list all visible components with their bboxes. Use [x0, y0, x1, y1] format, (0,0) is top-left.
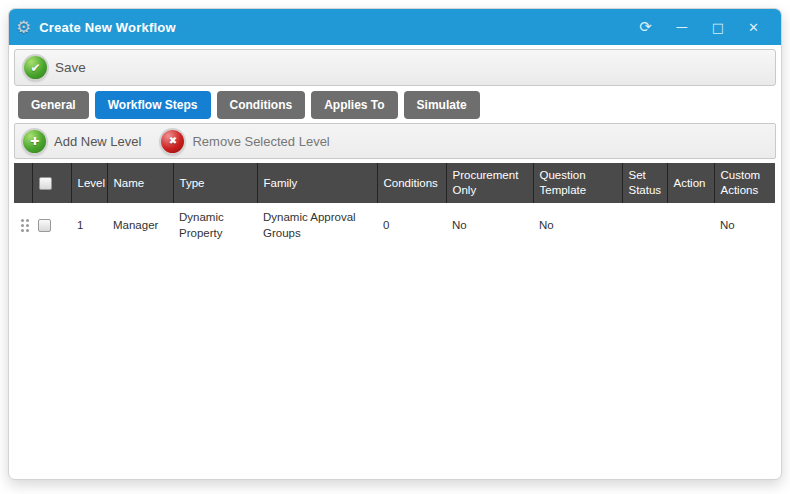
cell-procurement-only: No	[446, 203, 533, 248]
cell-custom-actions: No	[714, 203, 775, 248]
title-bar: ⚙ Create New Workflow ⟳ — □ ✕	[9, 9, 781, 45]
remove-selected-level-button[interactable]: ✖ Remove Selected Level	[161, 130, 329, 153]
column-header-name: Name	[107, 163, 173, 203]
tab-workflow-steps[interactable]: Workflow Steps	[95, 91, 211, 119]
table-row[interactable]: 1 Manager Dynamic Property Dynamic Appro…	[14, 203, 775, 248]
column-header-family: Family	[257, 163, 377, 203]
save-button-label: Save	[55, 60, 86, 75]
create-new-workflow-dialog: ⚙ Create New Workflow ⟳ — □ ✕ ✔ Save Gen…	[8, 8, 782, 480]
cell-level: 1	[71, 203, 107, 248]
column-header-action: Action	[667, 163, 714, 203]
column-header-type: Type	[173, 163, 257, 203]
plus-circle-icon: ✚	[23, 130, 46, 153]
select-all-column-header	[32, 163, 71, 203]
cell-action	[667, 203, 714, 248]
x-circle-icon: ✖	[161, 130, 184, 153]
row-drag-cell	[14, 203, 32, 248]
tab-conditions[interactable]: Conditions	[217, 91, 306, 119]
gear-icon: ⚙	[16, 19, 31, 36]
save-toolbar: ✔ Save	[14, 49, 776, 86]
add-new-level-button[interactable]: ✚ Add New Level	[23, 130, 141, 153]
tab-general[interactable]: General	[18, 91, 89, 119]
drag-handle-icon[interactable]	[21, 219, 29, 232]
workflow-steps-table: Level Name Type Family Conditions Procur…	[14, 163, 775, 248]
window-controls: ⟳ — □ ✕	[639, 20, 759, 35]
table-header-row: Level Name Type Family Conditions Procur…	[14, 163, 775, 203]
maximize-icon[interactable]: □	[712, 21, 724, 34]
column-header-level: Level	[71, 163, 107, 203]
column-header-set-status: Set Status	[622, 163, 667, 203]
cell-family: Dynamic Approval Groups	[257, 203, 377, 248]
cell-name: Manager	[107, 203, 173, 248]
close-icon[interactable]: ✕	[748, 21, 759, 34]
remove-selected-level-label: Remove Selected Level	[192, 134, 329, 149]
tab-simulate[interactable]: Simulate	[404, 91, 480, 119]
column-header-question-template: Question Template	[533, 163, 622, 203]
grid-toolbar: ✚ Add New Level ✖ Remove Selected Level	[14, 123, 776, 159]
add-new-level-label: Add New Level	[54, 134, 141, 149]
check-circle-icon: ✔	[24, 56, 47, 79]
save-button[interactable]: ✔ Save	[24, 56, 86, 79]
cell-conditions: 0	[377, 203, 446, 248]
minimize-icon[interactable]: —	[676, 21, 688, 33]
cell-type: Dynamic Property	[173, 203, 257, 248]
column-header-procurement-only: Procurement Only	[446, 163, 533, 203]
cell-set-status	[622, 203, 667, 248]
select-all-checkbox[interactable]	[39, 177, 52, 190]
row-select-cell	[32, 203, 71, 248]
cell-question-template: No	[533, 203, 622, 248]
tab-strip: General Workflow Steps Conditions Applie…	[18, 91, 781, 119]
refresh-icon[interactable]: ⟳	[639, 20, 652, 35]
column-header-conditions: Conditions	[377, 163, 446, 203]
drag-column-header	[14, 163, 32, 203]
row-checkbox[interactable]	[38, 219, 51, 232]
column-header-custom-actions: Custom Actions	[714, 163, 775, 203]
tab-applies-to[interactable]: Applies To	[311, 91, 397, 119]
window-title: Create New Workflow	[39, 20, 175, 35]
